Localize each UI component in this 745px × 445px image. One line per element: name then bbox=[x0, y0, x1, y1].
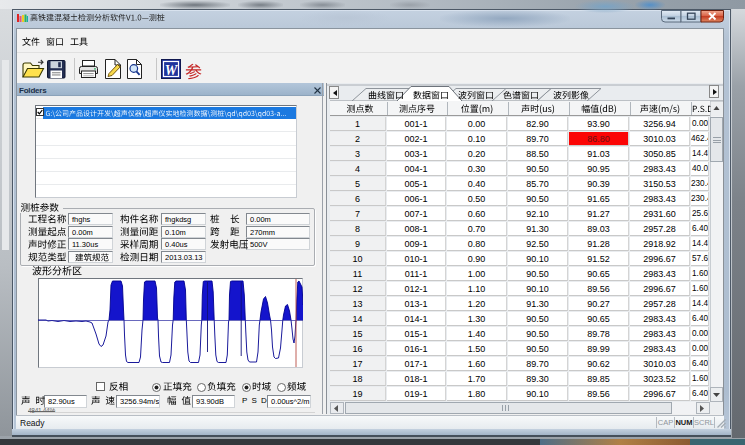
svg-text:W: W bbox=[165, 63, 179, 78]
